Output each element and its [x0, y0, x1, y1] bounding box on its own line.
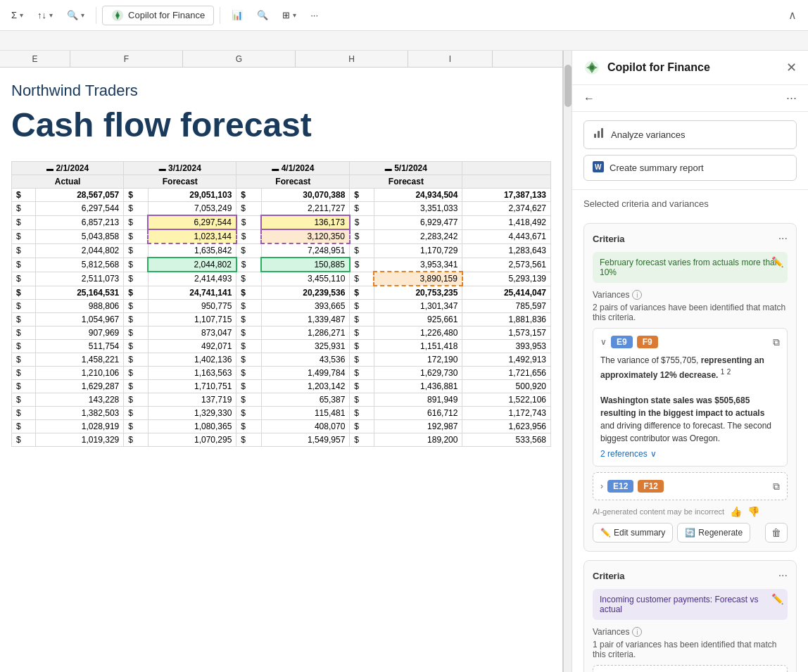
table-row: $1,019,329$1,070,295$1,549,957$189,20053…: [12, 433, 551, 447]
variance-item-2: › E12 F12 ⧉: [593, 472, 788, 500]
criteria-card-2: Criteria ··· Incoming customer payments:…: [583, 560, 797, 672]
variance-2-expand-button[interactable]: ›: [600, 481, 603, 491]
criteria-2-edit-button[interactable]: ✏️: [771, 593, 783, 604]
copilot-toolbar-icon: [111, 9, 124, 22]
analyze-variances-label: Analyze variances: [611, 129, 686, 140]
copilot-toolbar-button[interactable]: Copilot for Finance: [102, 6, 214, 25]
nav-back-button[interactable]: ←: [583, 92, 595, 105]
sigma-label: Σ: [11, 10, 17, 20]
expand-button[interactable]: ∧: [783, 6, 802, 25]
find-label: 🔍: [67, 10, 78, 20]
copilot-panel: Copilot for Finance ✕ ← ··· Analyze vari…: [572, 51, 808, 672]
variance-2-copy-button[interactable]: ⧉: [773, 481, 780, 493]
copilot-logo-icon: [583, 59, 600, 76]
table-row: $907,969$873,047$1,286,271$1,226,4801,57…: [12, 327, 551, 340]
col-f: F: [70, 51, 183, 67]
camera-icon: 🔍: [257, 10, 268, 20]
variance-item-3: › E10 F10 ⧉: [593, 665, 788, 672]
svg-text:W: W: [595, 163, 602, 171]
table-row: $988,806$950,775$393,665$1,301,347785,59…: [12, 300, 551, 313]
table-row: $5,043,858 $1,023,144 $3,120,350 $2,283,…: [12, 229, 551, 243]
find-chevron-icon: ▾: [81, 11, 84, 19]
sigma-button[interactable]: Σ ▾: [6, 7, 29, 23]
cell-tag-e12: E12: [607, 480, 633, 493]
chart-icon: 📊: [232, 10, 243, 20]
table-row: $2,511,073 $2,414,493 $3,455,110 $3,890,…: [12, 272, 551, 286]
spreadsheet-content: Northwind Traders Cash flow forecast ▬ 2…: [0, 68, 562, 461]
main-toolbar: Σ ▾ ↑↓ ▾ 🔍 ▾ Copilot for Finance 📊 🔍 ⊞ ▾…: [0, 0, 808, 31]
edit-icon: ✏️: [600, 528, 611, 538]
table-row: $1,210,106$1,163,563$1,499,784$1,629,730…: [12, 367, 551, 380]
variance-1-text: The variance of $755,705, representing a…: [600, 354, 780, 445]
table-row: $2,044,802 $1,635,842 $7,248,951 $1,170,…: [12, 243, 551, 258]
trash-button[interactable]: 🗑: [765, 523, 788, 543]
chart-button[interactable]: 📊: [226, 7, 248, 23]
word-icon: W: [593, 161, 604, 175]
col-e: E: [0, 51, 70, 67]
nav-more-button[interactable]: ···: [786, 91, 797, 106]
table-row: $6,297,544 $7,053,249 $2,211,727 $3,351,…: [12, 202, 551, 216]
criteria-2-label: Criteria: [593, 571, 625, 581]
thumb-up-button[interactable]: 👍: [730, 506, 742, 517]
subheader-forecast-1: Forecast: [124, 175, 236, 189]
col-i: I: [408, 51, 493, 67]
regenerate-button[interactable]: 🔄 Regenerate: [677, 523, 750, 543]
camera-button[interactable]: 🔍: [251, 7, 274, 23]
spreadsheet: E F G H I Northwind Traders Cash flow fo…: [0, 51, 563, 672]
scroll-thumb[interactable]: [564, 65, 572, 107]
criteria-1-more-button[interactable]: ···: [778, 232, 788, 245]
sort-button[interactable]: ↑↓ ▾: [32, 7, 58, 23]
svg-point-1: [116, 14, 119, 17]
create-summary-button[interactable]: W Create summary report: [583, 155, 797, 181]
analyze-variances-button[interactable]: Analyze variances: [583, 120, 797, 149]
refresh-icon: 🔄: [685, 528, 695, 538]
table-row: $1,382,503$1,329,330$115,481$616,7121,17…: [12, 407, 551, 420]
table-row: $28,567,057 $29,051,103 $30,070,388 $24,…: [12, 189, 551, 202]
copilot-panel-title: Copilot for Finance: [607, 61, 779, 74]
variances-1-label: Variances i: [593, 290, 788, 300]
criteria-1-edit-button[interactable]: ✏️: [771, 256, 783, 267]
variances-2-info-icon: i: [632, 627, 642, 637]
scrollbar[interactable]: [563, 51, 572, 672]
cell-tag-e9: E9: [611, 336, 633, 348]
report-title: Cash flow forecast: [11, 106, 551, 144]
variance-1-expand-button[interactable]: ∨: [600, 337, 607, 347]
edit-summary-button[interactable]: ✏️ Edit summary: [593, 523, 673, 543]
table-row: $1,458,221$1,402,136$43,536$172,1901,492…: [12, 353, 551, 367]
find-button[interactable]: 🔍 ▾: [61, 7, 90, 23]
copilot-body: Selected criteria and variances Criteria…: [572, 190, 808, 672]
copilot-close-button[interactable]: ✕: [786, 60, 797, 75]
table-row: $6,857,213 $6,297,544 $136,173 $6,929,47…: [12, 215, 551, 229]
variance-1-copy-button[interactable]: ⧉: [773, 336, 780, 348]
date-header-4: ▬ 5/1/2024: [350, 162, 462, 175]
criteria-2-more-button[interactable]: ···: [778, 569, 788, 582]
sort-chevron-icon: ▾: [49, 11, 53, 19]
col-g: G: [183, 51, 296, 67]
more-icon: ···: [310, 10, 318, 20]
variance-1-refs[interactable]: 2 references ∨: [600, 449, 780, 459]
variance-1-tags: ∨ E9 F9 ⧉: [600, 336, 780, 348]
svg-rect-6: [601, 128, 603, 138]
selected-criteria-label: Selected criteria and variances: [583, 198, 797, 209]
variances-2-label: Variances i: [593, 627, 788, 637]
analyze-icon: [593, 127, 605, 143]
criteria-card-1-header: Criteria ···: [593, 232, 788, 245]
thumb-down-button[interactable]: 👎: [747, 506, 759, 517]
variances-info-icon: i: [632, 290, 642, 300]
table-row: $143,228$137,719$65,387$891,9491,522,106: [12, 393, 551, 407]
criteria-1-label: Criteria: [593, 234, 625, 244]
svg-point-3: [590, 65, 594, 70]
company-name: Northwind Traders: [11, 82, 551, 100]
subheader-forecast-3: Forecast: [350, 175, 462, 189]
subheader-forecast-2: Forecast: [236, 175, 350, 189]
secondary-toolbar: [0, 31, 808, 51]
more-button[interactable]: ···: [305, 7, 324, 23]
variance-2-tags: › E12 F12 ⧉: [600, 480, 780, 493]
grid-button[interactable]: ⊞ ▾: [277, 7, 302, 23]
criteria-2-text: Incoming customer payments: Forecast vs …: [593, 589, 788, 620]
col-headers: E F G H I: [0, 51, 562, 68]
ai-note: AI-generated content may be incorrect 👍 …: [593, 506, 788, 517]
sep1: [96, 7, 96, 24]
copilot-header: Copilot for Finance ✕: [572, 51, 808, 85]
main-area: E F G H I Northwind Traders Cash flow fo…: [0, 51, 808, 672]
